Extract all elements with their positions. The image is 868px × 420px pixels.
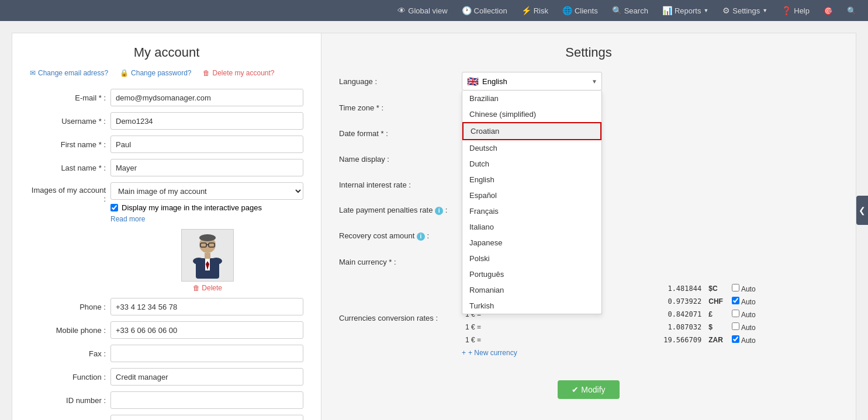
lastname-field[interactable] <box>110 159 303 176</box>
mobile-field[interactable] <box>110 321 303 339</box>
id-label: ID number : <box>30 396 106 405</box>
auto-checkbox[interactable] <box>732 310 739 317</box>
recovery-info-icon[interactable]: i <box>417 232 425 241</box>
firstname-row: First name * : <box>30 136 303 153</box>
role-select[interactable]: Administrator <box>110 415 303 420</box>
nav-clients[interactable]: 🌐 Clients <box>556 0 604 21</box>
currency-eq: 1 € = <box>462 321 544 334</box>
id-field[interactable] <box>110 391 303 409</box>
display-image-checkbox[interactable] <box>110 204 118 211</box>
lang-option-dutch[interactable]: Dutch <box>462 156 601 172</box>
delete-account-link[interactable]: 🗑 Delete my account? <box>203 69 274 77</box>
interest-label: Internal interest rate : <box>339 181 456 189</box>
lang-option-romanian[interactable]: Romanian <box>462 282 601 298</box>
images-content: Main image of my account Display my imag… <box>110 182 303 223</box>
mobile-label: Mobile phone : <box>30 326 106 335</box>
currency-code: £ <box>705 308 728 321</box>
auto-checkbox[interactable] <box>732 322 739 330</box>
lang-option-português[interactable]: Português <box>462 266 601 282</box>
fax-row: Fax : <box>30 345 303 362</box>
user-avatar-icon: 🎯 <box>824 6 833 15</box>
nav-search-icon[interactable]: 🔍 <box>841 0 862 21</box>
auto-checkbox[interactable] <box>732 335 739 343</box>
nav-user[interactable]: 🎯 <box>818 0 839 21</box>
lang-option-polski[interactable]: Polski <box>462 251 601 266</box>
settings-btn-row: ✔ Modify <box>339 369 838 399</box>
reports-dropdown-arrow: ▼ <box>703 8 708 13</box>
currency-auto-check: Auto <box>728 321 838 334</box>
avatar-svg <box>184 232 231 279</box>
auto-checkbox[interactable] <box>732 297 739 304</box>
plus-icon: + <box>462 349 466 357</box>
gear-icon: ⚙ <box>722 6 730 15</box>
lang-option-croatian[interactable]: Croatian <box>462 122 601 140</box>
new-currency-link[interactable]: + + New currency <box>462 349 838 357</box>
images-label: Images of my account : <box>30 182 106 203</box>
function-field[interactable] <box>110 368 303 386</box>
username-field[interactable] <box>110 112 303 130</box>
nav-risk[interactable]: ⚡ Risk <box>516 0 554 21</box>
auto-checkbox[interactable] <box>732 284 739 291</box>
change-password-link[interactable]: 🔒 Change password? <box>120 69 191 77</box>
nav-search[interactable]: 🔍 Search <box>606 0 654 21</box>
svg-point-4 <box>199 234 216 241</box>
trash-avatar-icon: 🗑 <box>193 284 200 292</box>
lang-option-japanese[interactable]: Japanese <box>462 235 601 251</box>
language-row: Language : 🇬🇧 English ▼ BrazilianChinese… <box>339 72 838 91</box>
lang-option-turkish[interactable]: Turkish <box>462 298 601 314</box>
nav-reports[interactable]: 📊 Reports ▼ <box>656 0 714 21</box>
firstname-label: First name * : <box>30 140 106 149</box>
nav-global-view[interactable]: 👁 Global view <box>392 0 453 21</box>
read-more-link[interactable]: Read more <box>110 215 145 223</box>
language-value: English <box>482 77 507 86</box>
envelope-icon: ✉ <box>30 69 36 77</box>
sidebar-toggle[interactable]: ❮ <box>856 196 868 225</box>
language-select-display[interactable]: 🇬🇧 English ▼ <box>462 72 602 91</box>
fax-label: Fax : <box>30 349 106 358</box>
email-label: E-mail * : <box>30 93 106 102</box>
lang-option-français[interactable]: Français <box>462 203 601 219</box>
phone-field[interactable] <box>110 298 303 315</box>
lang-option-brazilian[interactable]: Brazilian <box>462 91 601 106</box>
main-content: My account ✉ Change email adress? 🔒 Chan… <box>0 21 868 420</box>
conversion-label: Currencies conversion rates : <box>339 314 456 322</box>
trash-icon: 🗑 <box>203 69 210 77</box>
lang-option-deutsch[interactable]: Deutsch <box>462 140 601 156</box>
lang-option-english[interactable]: English <box>462 172 601 188</box>
image-select[interactable]: Main image of my account <box>110 182 303 200</box>
avatar-image <box>181 229 234 282</box>
currency-code: $ <box>705 321 728 334</box>
clock-icon: 🕐 <box>462 6 472 15</box>
svg-point-9 <box>193 258 205 265</box>
dateformat-label: Date format * : <box>339 129 456 138</box>
fax-field[interactable] <box>110 345 303 362</box>
display-image-row: Display my image in the interactive page… <box>110 203 303 212</box>
email-field[interactable] <box>110 89 303 106</box>
chevron-left-icon: ❮ <box>859 206 866 215</box>
avatar-container: 🗑 Delete <box>112 229 303 292</box>
currency-code: ZAR <box>705 334 728 346</box>
chart-icon: 📊 <box>662 6 672 15</box>
username-row: Username * : <box>30 112 303 130</box>
nav-collection[interactable]: 🕐 Collection <box>456 0 513 21</box>
phone-label: Phone : <box>30 303 106 311</box>
lang-option-español[interactable]: Español <box>462 188 601 203</box>
settings-dropdown-arrow: ▼ <box>762 8 767 13</box>
firstname-field[interactable] <box>110 136 303 153</box>
lock-icon: 🔒 <box>120 69 129 77</box>
nav-settings[interactable]: ⚙ Settings ▼ <box>717 0 773 21</box>
change-email-link[interactable]: ✉ Change email adress? <box>30 69 108 77</box>
penalties-info-icon[interactable]: i <box>435 207 443 215</box>
lang-option-chinese-(simplified)[interactable]: Chinese (simplified) <box>462 106 601 122</box>
nav-help[interactable]: ❓ Help <box>776 0 815 21</box>
settings-modify-button[interactable]: ✔ Modify <box>558 380 619 399</box>
username-label: Username * : <box>30 117 106 126</box>
currency-auto-check: Auto <box>728 295 838 308</box>
delete-avatar-link[interactable]: 🗑 Delete <box>193 284 222 292</box>
svg-rect-8 <box>205 253 210 259</box>
eye-icon: 👁 <box>397 6 406 15</box>
currency-code: $C <box>705 282 728 295</box>
lang-option-italiano[interactable]: Italiano <box>462 219 601 235</box>
display-image-label: Display my image in the interactive page… <box>122 203 262 212</box>
language-select-wrapper: 🇬🇧 English ▼ BrazilianChinese (simplifie… <box>462 72 602 91</box>
